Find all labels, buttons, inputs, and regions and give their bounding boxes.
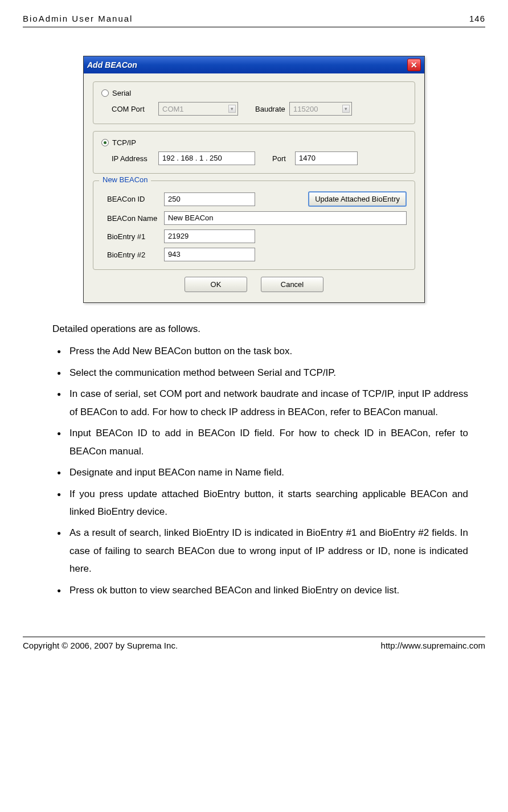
list-item: If you press update attached BioEntry bu… [52,485,468,521]
new-beacon-title: New BEACon [99,175,151,184]
com-port-select[interactable]: COM1 ▾ [158,102,238,116]
close-button[interactable]: ✕ [407,59,421,71]
ip-address-input[interactable]: 192 . 168 . 1 . 250 [158,151,255,165]
intro-text: Detailed operations are as follows. [52,320,468,338]
new-beacon-group: New BEACon BEACon ID 250 Update Attached… [93,181,415,270]
beacon-id-value: 250 [168,195,181,203]
baudrate-value: 115200 [293,105,318,113]
list-item: In case of serial, set COM port and netw… [52,385,468,421]
list-item: Press ok button to view searched BEACon … [52,581,468,599]
serial-radio-label: Serial [112,89,131,97]
footer-url: http://www.supremainc.com [381,641,485,650]
copyright-text: Copyright © 2006, 2007 by Suprema Inc. [23,641,178,650]
bioentry2-label: BioEntry #2 [101,251,164,259]
chevron-down-icon: ▾ [228,105,236,113]
serial-radio[interactable] [101,89,109,97]
com-port-label: COM Port [101,105,158,113]
page-footer: Copyright © 2006, 2007 by Suprema Inc. h… [23,637,485,650]
port-input[interactable]: 1470 [295,151,358,165]
bioentry1-input[interactable]: 21929 [164,229,255,243]
cancel-button[interactable]: Cancel [261,277,323,292]
beacon-name-input[interactable]: New BEACon [164,211,407,225]
com-port-value: COM1 [162,105,184,113]
list-item: Input BEACon ID to add in BEACon ID fiel… [52,424,468,460]
list-item: As a result of search, linked BioEntry I… [52,524,468,577]
baudrate-label: Baudrate [238,105,289,113]
list-item: Press the Add New BEACon button on the t… [52,342,468,360]
close-icon: ✕ [411,60,417,69]
chevron-down-icon: ▾ [342,105,350,113]
list-item: Designate and input BEACon name in Name … [52,464,468,481]
dialog-title: Add BEACon [87,60,137,69]
ip-address-label: IP Address [101,154,158,163]
instructions-block: Detailed operations are as follows. Pres… [40,320,468,599]
ip-address-value: 192 . 168 . 1 . 250 [162,154,222,162]
tcpip-group: TCP/IP IP Address 192 . 168 . 1 . 250 Po… [93,131,415,174]
dialog-titlebar: Add BEACon ✕ [84,56,424,73]
ok-button[interactable]: OK [185,277,247,292]
beacon-id-label: BEACon ID [101,195,164,203]
serial-group: Serial COM Port COM1 ▾ Baudrate 115200 ▾ [93,81,415,124]
add-beacon-dialog: Add BEACon ✕ Serial COM Port COM1 [83,56,425,303]
beacon-name-label: BEACon Name [101,214,164,223]
bullet-list: Press the Add New BEACon button on the t… [52,342,468,599]
bioentry1-label: BioEntry #1 [101,232,164,241]
page-number: 146 [469,14,485,23]
bioentry1-value: 21929 [168,232,189,240]
tcpip-radio[interactable] [101,139,109,146]
port-label: Port [255,154,295,163]
beacon-name-value: New BEACon [168,214,213,222]
tcpip-radio-label: TCP/IP [112,138,136,147]
port-value: 1470 [299,154,316,162]
bioentry2-input[interactable]: 943 [164,248,255,261]
beacon-id-input[interactable]: 250 [164,192,255,206]
update-attached-button[interactable]: Update Attached BioEntry [308,191,407,207]
bioentry2-value: 943 [168,250,181,259]
baudrate-select[interactable]: 115200 ▾ [289,102,352,116]
header-title: BioAdmin User Manual [23,14,133,23]
list-item: Select the communication method between … [52,364,468,382]
page-header: BioAdmin User Manual 146 [23,11,485,27]
